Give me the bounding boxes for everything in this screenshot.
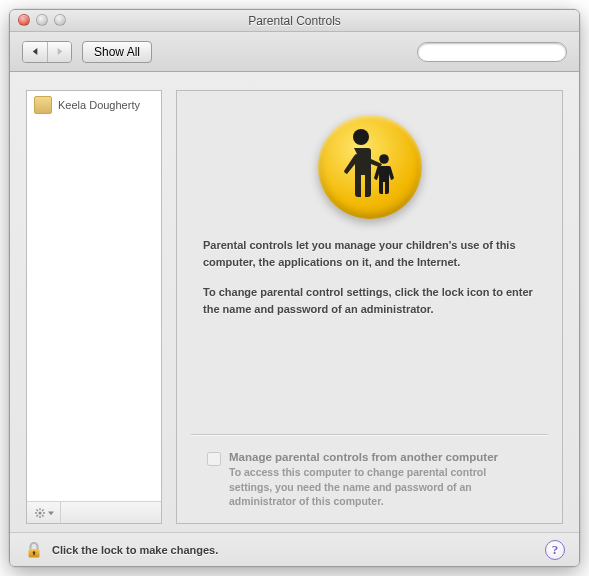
nav-segmented-control [22, 41, 72, 63]
triangle-right-icon [55, 47, 64, 56]
parental-controls-icon [318, 115, 422, 219]
svg-line-9 [36, 509, 37, 510]
zoom-window-button[interactable] [54, 14, 66, 26]
search-field-wrapper[interactable] [417, 42, 567, 62]
lock-button[interactable] [24, 540, 44, 560]
close-window-button[interactable] [18, 14, 30, 26]
window-controls [18, 14, 66, 26]
user-list[interactable]: Keela Dougherty [27, 91, 161, 501]
footer: Click the lock to make changes. ? [10, 532, 579, 566]
user-list-panel: Keela Dougherty [26, 90, 162, 524]
panel-icon-wrap [203, 115, 536, 219]
svg-point-4 [38, 511, 41, 514]
avatar-icon [34, 96, 52, 114]
svg-rect-18 [33, 552, 34, 555]
svg-point-14 [353, 129, 369, 145]
main-panel: Parental controls let you manage your ch… [176, 90, 563, 524]
user-list-item-label: Keela Dougherty [58, 99, 140, 111]
remote-manage-description: To access this computer to change parent… [229, 465, 529, 509]
svg-line-12 [42, 509, 43, 510]
remote-manage-label: Manage parental controls from another co… [229, 451, 529, 463]
lock-icon [24, 540, 44, 560]
user-list-actions-button[interactable] [27, 502, 61, 523]
svg-line-10 [42, 515, 43, 516]
lock-text: Click the lock to make changes. [52, 544, 218, 556]
svg-marker-13 [48, 511, 54, 515]
show-all-button[interactable]: Show All [82, 41, 152, 63]
preferences-window: Parental Controls Show All Keela Dougher… [9, 9, 580, 567]
user-list-item[interactable]: Keela Dougherty [27, 91, 161, 119]
minimize-window-button[interactable] [36, 14, 48, 26]
window-title: Parental Controls [10, 14, 579, 28]
remote-manage-checkbox[interactable] [207, 452, 221, 466]
titlebar: Parental Controls [10, 10, 579, 32]
user-list-footer [27, 501, 161, 523]
svg-line-11 [36, 515, 37, 516]
remote-manage-row: Manage parental controls from another co… [207, 451, 536, 509]
triangle-left-icon [31, 47, 40, 56]
content-area: Keela Dougherty [10, 72, 579, 532]
search-input[interactable] [428, 46, 566, 58]
intro-text: Parental controls let you manage your ch… [203, 237, 536, 270]
help-button[interactable]: ? [545, 540, 565, 560]
forward-button[interactable] [47, 42, 71, 62]
gear-icon [34, 507, 46, 519]
help-symbol: ? [552, 542, 559, 558]
chevron-down-icon [48, 510, 54, 516]
svg-marker-1 [58, 48, 63, 55]
divider [191, 434, 548, 435]
svg-point-15 [379, 154, 389, 164]
back-button[interactable] [23, 42, 47, 62]
toolbar: Show All [10, 32, 579, 72]
instruction-text: To change parental control settings, cli… [203, 284, 536, 317]
svg-marker-0 [32, 48, 37, 55]
